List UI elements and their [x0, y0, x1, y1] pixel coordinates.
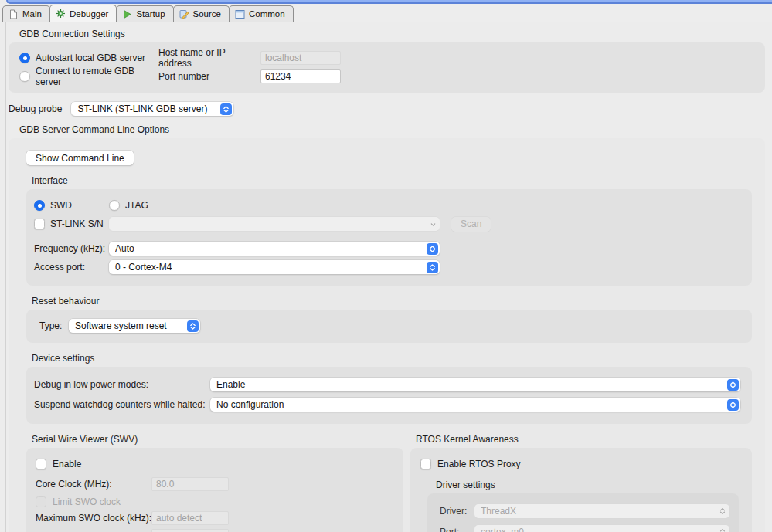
gdb-server-options-title: GDB Server Command Line Options [19, 124, 772, 135]
tab-source[interactable]: Source [173, 5, 230, 22]
debug-probe-select[interactable]: ST-LINK (ST-LINK GDB server) [71, 102, 233, 116]
frequency-select[interactable]: Auto [109, 242, 440, 256]
stlink-sn-checkbox[interactable] [34, 219, 45, 229]
tab-label: Debugger [70, 9, 109, 19]
tab-main[interactable]: Main [2, 5, 50, 22]
driver-value: ThreadX [481, 506, 712, 517]
low-power-select[interactable]: Enable [210, 378, 740, 391]
stepper-icon-disabled [427, 219, 438, 229]
limit-swo-checkbox [36, 496, 46, 507]
swv-port-input [151, 529, 229, 532]
stepper-icon [220, 103, 232, 115]
access-port-select[interactable]: 0 - Cortex-M4 [109, 260, 440, 274]
stepper-icon [427, 243, 438, 255]
device-settings-title: Device settings [32, 353, 765, 364]
document-icon [9, 9, 19, 19]
stepper-icon [727, 379, 739, 391]
rtos-title: RTOS Kernel Awareness [416, 434, 752, 445]
gdb-connection-settings-title: GDB Connection Settings [19, 29, 772, 39]
stlink-sn-select [109, 217, 440, 231]
tab-bar: Main Debugger Startup Source Common [0, 4, 772, 22]
swd-label: SWD [50, 200, 72, 211]
scan-button: Scan [451, 217, 491, 232]
reset-behaviour-title: Reset behaviour [32, 296, 765, 307]
tab-label: Startup [136, 9, 165, 19]
stepper-icon [727, 399, 739, 411]
rtos-port-label: Port: [440, 527, 474, 532]
max-swo-input [151, 511, 229, 525]
max-swo-label: Maximum SWO clock (kHz): [36, 513, 151, 524]
rtos-proxy-checkbox[interactable] [420, 459, 431, 469]
stepper-icon-disabled [717, 527, 728, 532]
show-command-line-button[interactable]: Show Command Line [26, 151, 134, 165]
source-icon [179, 9, 189, 19]
rtos-proxy-label: Enable RTOS Proxy [437, 459, 521, 469]
tab-label: Source [193, 9, 221, 19]
connect-remote-gdb-label: Connect to remote GDB server [36, 66, 158, 87]
access-port-value: 0 - Cortex-M4 [115, 262, 422, 273]
swd-radio[interactable] [34, 200, 45, 211]
connect-remote-gdb-radio[interactable] [19, 71, 30, 82]
stepper-icon [187, 320, 199, 332]
jtag-label: JTAG [125, 200, 148, 211]
port-number-label: Port number [158, 71, 260, 82]
reset-type-label: Type: [39, 320, 69, 331]
frequency-label: Frequency (kHz): [34, 243, 109, 254]
low-power-label: Debug in low power modes: [34, 379, 210, 390]
reset-type-value: Software system reset [75, 320, 182, 331]
autostart-local-gdb-radio[interactable] [19, 53, 30, 63]
host-name-label: Host name or IP address [158, 47, 260, 69]
stepper-icon-disabled [717, 506, 728, 517]
jtag-radio[interactable] [109, 200, 120, 211]
core-clock-input [151, 477, 229, 491]
watchdog-label: Suspend watchdog counters while halted: [34, 399, 210, 410]
gdb-connection-settings-group: Autostart local GDB server Host name or … [9, 42, 765, 93]
host-name-input [260, 51, 341, 65]
autostart-local-gdb-label: Autostart local GDB server [36, 53, 145, 63]
access-port-label: Access port: [34, 262, 109, 273]
rtos-port-value: cortex_m0 [481, 527, 712, 532]
watchdog-select[interactable]: No configuration [210, 398, 740, 412]
tab-debugger[interactable]: Debugger [49, 5, 117, 22]
tab-startup[interactable]: Startup [116, 5, 173, 22]
debugger-icon [56, 8, 66, 19]
debug-probe-value: ST-LINK (ST-LINK GDB server) [77, 103, 216, 114]
interface-title: Interface [32, 175, 765, 186]
tab-label: Common [249, 9, 285, 19]
port-number-input[interactable] [260, 69, 341, 83]
rtos-column: RTOS Kernel Awareness Enable RTOS Proxy … [410, 424, 752, 532]
stlink-sn-label: ST-LINK S/N [50, 219, 104, 229]
swv-enable-label: Enable [53, 459, 81, 469]
reset-behaviour-group: Type: Software system reset [26, 310, 752, 343]
core-clock-label: Core Clock (MHz): [36, 479, 151, 490]
debug-probe-label: Debug probe [9, 103, 62, 114]
watchdog-value: No configuration [216, 399, 723, 410]
driver-select: ThreadX [474, 504, 729, 518]
driver-label: Driver: [440, 506, 474, 517]
swv-title: Serial Wire Viewer (SWV) [32, 434, 403, 445]
gdb-server-options-group: Show Command Line Interface SWD JTAG ST-… [9, 138, 765, 532]
stepper-icon [427, 262, 438, 273]
rtos-port-select: cortex_m0 [474, 525, 729, 532]
reset-type-select[interactable]: Software system reset [69, 319, 200, 333]
interface-group: SWD JTAG ST-LINK S/N Scan [26, 189, 752, 286]
tab-common[interactable]: Common [229, 5, 294, 22]
frequency-value: Auto [115, 243, 422, 254]
debugger-tab-content: GDB Connection Settings Autostart local … [5, 22, 772, 532]
driver-settings-title: Driver settings [436, 479, 742, 490]
swv-enable-checkbox[interactable] [36, 459, 46, 469]
rtos-group: Enable RTOS Proxy Driver settings Driver… [410, 448, 752, 532]
play-icon [122, 9, 132, 19]
swv-column: Serial Wire Viewer (SWV) Enable Core Clo… [26, 424, 403, 532]
tab-label: Main [22, 9, 42, 19]
device-settings-group: Debug in low power modes: Enable Suspend… [26, 367, 752, 424]
swv-group: Enable Core Clock (MHz): Limit SWO clock… [26, 448, 403, 532]
window-icon [235, 9, 245, 19]
limit-swo-label: Limit SWO clock [53, 496, 121, 507]
driver-settings-group: Driver: ThreadX Port: cortex_m0 [427, 493, 739, 532]
low-power-value: Enable [216, 379, 723, 390]
